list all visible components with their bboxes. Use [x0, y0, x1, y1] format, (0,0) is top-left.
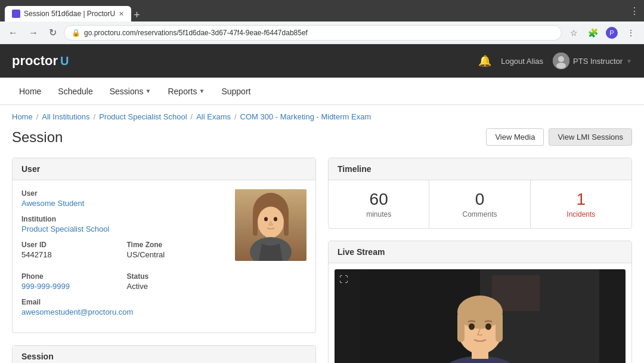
nav-item-sessions[interactable]: Sessions ▼: [103, 84, 159, 99]
info-row-phone: Phone 999-999-9999: [21, 272, 121, 291]
breadcrumb-school[interactable]: Product Specialist School: [99, 112, 187, 121]
top-nav: Home Schedule Sessions ▼ Reports ▼ Suppo…: [0, 78, 644, 105]
browser-tabs: Session 5f1d6dae | ProctorU ✕ +: [5, 0, 140, 21]
lock-icon: 🔒: [72, 29, 80, 37]
session-card-header: Session: [13, 346, 315, 363]
bookmark-btn[interactable]: ☆: [565, 24, 582, 41]
address-bar[interactable]: 🔒 go.proctoru.com/reservations/5f1d6dae-…: [64, 25, 562, 41]
header-actions: View Media View LMI Sessions: [486, 128, 632, 146]
svg-rect-20: [457, 312, 465, 342]
logo-text: proctor: [12, 53, 58, 69]
reports-dropdown-arrow: ▼: [199, 88, 205, 94]
tab-favicon: [12, 10, 20, 18]
breadcrumb-exam[interactable]: COM 300 - Marketing - Midterm Exam: [240, 112, 371, 121]
page-content: Session View Media View LMI Sessions Use…: [0, 128, 644, 363]
comments-label: Comments: [434, 210, 525, 219]
svg-point-22: [469, 324, 475, 330]
nav-item-support[interactable]: Support: [214, 84, 258, 99]
breadcrumb-sep-3: /: [191, 112, 193, 121]
browser-menu-btn[interactable]: ⋮: [630, 5, 639, 17]
user-menu[interactable]: PTS Instructor ▼: [553, 53, 632, 69]
extension-btn[interactable]: 🧩: [584, 24, 601, 41]
email-value: awesomestudent@proctoru.com: [21, 307, 226, 316]
breadcrumb-all-exams[interactable]: All Exams: [196, 112, 231, 121]
page-header: Session View Media View LMI Sessions: [12, 128, 632, 146]
breadcrumb-all-institutions[interactable]: All Institutions: [42, 112, 89, 121]
url-text: go.proctoru.com/reservations/5f1d6dae-3d…: [84, 29, 554, 37]
incidents-value: 1: [535, 190, 627, 209]
phone-value: 999-999-9999: [21, 282, 121, 291]
tab-title: Session 5f1d6dae | ProctorU: [24, 10, 115, 18]
svg-point-23: [485, 324, 491, 330]
user-photo: [235, 189, 306, 261]
svg-point-1: [558, 56, 564, 62]
page-title: Session: [12, 129, 63, 146]
institution-label: Institution: [21, 215, 226, 223]
address-bar-row: ← → ↻ 🔒 go.proctoru.com/reservations/5f1…: [0, 21, 644, 44]
svg-point-10: [274, 217, 277, 222]
user-details: User Awesome Student Institution Product…: [21, 189, 226, 324]
svg-rect-21: [496, 312, 503, 342]
user-card: User User Awesome Student Institution: [12, 158, 316, 333]
svg-point-2: [556, 63, 566, 69]
live-stream-card: Live Stream ⛶: [328, 241, 632, 363]
incidents-stat: 1 Incidents: [531, 180, 631, 228]
incidents-label: Incidents: [535, 210, 627, 219]
minutes-stat: 60 minutes: [329, 180, 429, 228]
nav-item-home[interactable]: Home: [12, 84, 48, 99]
view-media-btn[interactable]: View Media: [486, 128, 544, 146]
tab-close-btn[interactable]: ✕: [119, 10, 124, 18]
reload-btn[interactable]: ↻: [45, 24, 60, 41]
info-row-institution: Institution Product Specialist School: [21, 215, 226, 233]
active-tab[interactable]: Session 5f1d6dae | ProctorU ✕: [5, 6, 131, 21]
live-stream-body: ⛶: [329, 263, 631, 363]
breadcrumb-home[interactable]: Home: [12, 112, 33, 121]
profile-btn[interactable]: P: [603, 24, 620, 41]
user-card-header: User: [13, 158, 315, 180]
nav-item-schedule[interactable]: Schedule: [51, 84, 100, 99]
institution-value: Product Specialist School: [21, 224, 226, 233]
timeline-stats: 60 minutes 0 Comments 1 Incidents: [329, 180, 631, 228]
view-lmi-sessions-btn[interactable]: View LMI Sessions: [549, 128, 632, 146]
forward-btn[interactable]: →: [25, 25, 42, 41]
new-tab-btn[interactable]: +: [134, 9, 140, 21]
stream-svg: [335, 269, 626, 363]
minutes-label: minutes: [333, 210, 424, 219]
breadcrumb-sep-1: /: [36, 112, 39, 121]
phone-link[interactable]: 999-999-9999: [21, 282, 70, 291]
back-btn[interactable]: ←: [5, 25, 21, 41]
left-column: User User Awesome Student Institution: [12, 158, 316, 363]
info-row-status: Status Active: [127, 272, 227, 291]
userid-label: User ID: [21, 241, 121, 249]
stream-expand-icon[interactable]: ⛶: [339, 274, 348, 284]
bell-icon[interactable]: 🔔: [478, 54, 491, 67]
app-nav: proctorU 🔔 Logout Alias PTS Instructor ▼: [0, 44, 644, 78]
userid-value: 5442718: [21, 250, 121, 259]
comments-value: 0: [434, 190, 525, 209]
email-link[interactable]: awesomestudent@proctoru.com: [21, 307, 133, 316]
info-row-email: Email awesomestudent@proctoru.com: [21, 298, 226, 316]
sessions-dropdown-arrow: ▼: [145, 88, 151, 94]
app-logo: proctorU: [12, 53, 69, 69]
nav-item-reports[interactable]: Reports ▼: [160, 84, 212, 99]
right-column: Timeline 60 minutes 0 Comments 1 Inciden…: [328, 158, 632, 363]
info-row-timezone: Time Zone US/Central: [127, 241, 227, 259]
logout-btn[interactable]: Logout Alias: [501, 57, 543, 66]
user-value: Awesome Student: [21, 199, 226, 208]
svg-point-9: [264, 217, 268, 222]
chrome-menu-btn[interactable]: ⋮: [623, 24, 639, 41]
status-label: Status: [127, 272, 227, 281]
info-row-user: User Awesome Student: [21, 189, 226, 208]
phone-label: Phone: [21, 272, 121, 281]
user-name: PTS Instructor: [573, 57, 623, 66]
session-card: Session Type Live+: [12, 345, 316, 363]
user-info-grid: User Awesome Student Institution Product…: [21, 189, 306, 324]
institution-link[interactable]: Product Specialist School: [21, 224, 109, 233]
avatar: [553, 53, 569, 69]
user-link[interactable]: Awesome Student: [21, 199, 84, 208]
nav-right: 🔔 Logout Alias PTS Instructor ▼: [478, 53, 632, 69]
comments-stat: 0 Comments: [429, 180, 530, 228]
info-row-userid: User ID 5442718: [21, 241, 121, 259]
live-stream-header: Live Stream: [329, 241, 631, 263]
breadcrumb: Home / All Institutions / Product Specia…: [0, 105, 644, 128]
